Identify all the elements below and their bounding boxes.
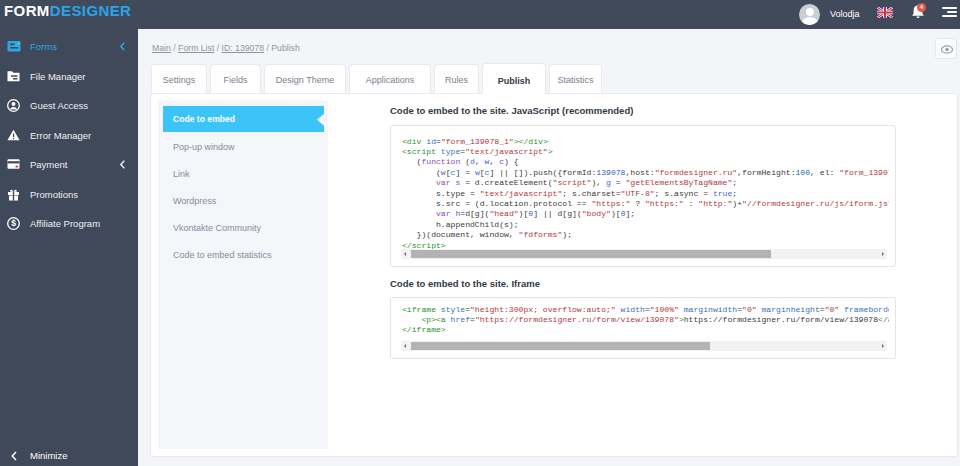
- svg-text:$: $: [11, 218, 16, 228]
